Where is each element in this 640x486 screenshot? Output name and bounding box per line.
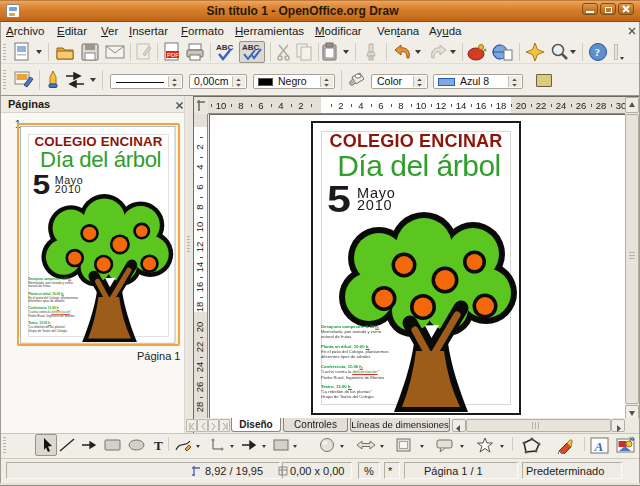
svg-text:A: A [594, 439, 604, 454]
svg-text:?: ? [595, 46, 601, 58]
svg-text:T: T [154, 438, 163, 453]
svg-text:ABC: ABC [242, 43, 260, 52]
svg-text:PDF: PDF [167, 52, 179, 58]
